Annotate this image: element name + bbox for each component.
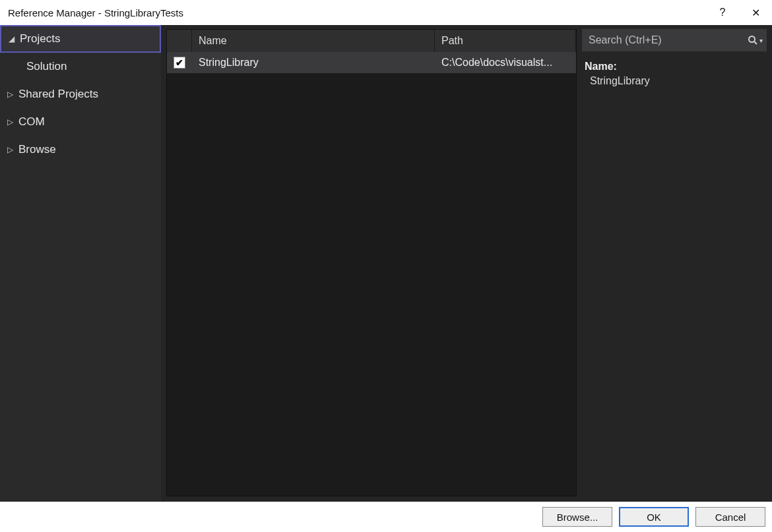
sidebar-label: Shared Projects <box>18 88 98 101</box>
titlebar: Reference Manager - StringLibraryTests ?… <box>0 0 772 25</box>
references-table: Name Path ✔ StringLibrary C:\Code\docs\v… <box>166 29 577 496</box>
sidebar-item-projects[interactable]: ◢ Projects <box>0 25 161 53</box>
row-checkbox[interactable]: ✔ <box>174 57 185 69</box>
sidebar-item-browse[interactable]: ▷ Browse <box>0 136 161 163</box>
column-header-path[interactable]: Path <box>435 30 576 52</box>
row-name: StringLibrary <box>192 57 435 69</box>
search-box[interactable]: ▾ <box>582 29 767 51</box>
center-column: Name Path ✔ StringLibrary C:\Code\docs\v… <box>161 25 579 502</box>
sidebar-label: COM <box>18 115 45 129</box>
column-header-name[interactable]: Name <box>192 30 435 52</box>
table-row[interactable]: ✔ StringLibrary C:\Code\docs\visualst... <box>167 52 576 73</box>
row-path: C:\Code\docs\visualst... <box>435 57 576 69</box>
search-icon[interactable]: ▾ <box>748 35 763 45</box>
main-area: Name Path ✔ StringLibrary C:\Code\docs\v… <box>161 25 772 502</box>
dropdown-icon: ▾ <box>759 37 763 44</box>
dialog-footer: Browse... OK Cancel <box>0 502 772 532</box>
window-title: Reference Manager - StringLibraryTests <box>8 7 183 18</box>
help-button[interactable]: ? <box>706 0 739 25</box>
detail-name-label: Name: <box>585 61 764 73</box>
browse-button[interactable]: Browse... <box>542 507 612 527</box>
row-checkbox-cell: ✔ <box>167 57 192 69</box>
chevron-right-icon: ▷ <box>5 90 15 99</box>
dialog-body: ◢ Projects Solution ▷ Shared Projects ▷ … <box>0 25 772 502</box>
ok-button[interactable]: OK <box>619 507 689 527</box>
chevron-down-icon: ◢ <box>7 34 16 44</box>
check-icon: ✔ <box>176 57 183 68</box>
cancel-button[interactable]: Cancel <box>695 507 765 527</box>
chevron-right-icon: ▷ <box>5 145 15 154</box>
right-column: ▾ Name: StringLibrary <box>579 25 772 502</box>
chevron-right-icon: ▷ <box>5 117 15 127</box>
sidebar: ◢ Projects Solution ▷ Shared Projects ▷ … <box>0 25 161 502</box>
close-button[interactable]: ✕ <box>739 0 772 25</box>
table-header: Name Path <box>167 30 576 52</box>
svg-line-1 <box>754 42 757 44</box>
detail-panel: Name: StringLibrary <box>582 58 767 90</box>
sidebar-label: Solution <box>26 60 67 73</box>
sidebar-label: Browse <box>18 143 56 156</box>
sidebar-label: Projects <box>20 32 60 45</box>
sidebar-subitem-solution[interactable]: Solution <box>0 53 161 80</box>
svg-point-0 <box>749 36 755 42</box>
sidebar-item-shared-projects[interactable]: ▷ Shared Projects <box>0 80 161 108</box>
detail-name-value: StringLibrary <box>585 75 764 87</box>
reference-manager-dialog: Reference Manager - StringLibraryTests ?… <box>0 0 772 532</box>
search-input[interactable] <box>589 34 748 46</box>
column-header-checkbox[interactable] <box>167 30 192 52</box>
sidebar-item-com[interactable]: ▷ COM <box>0 108 161 136</box>
